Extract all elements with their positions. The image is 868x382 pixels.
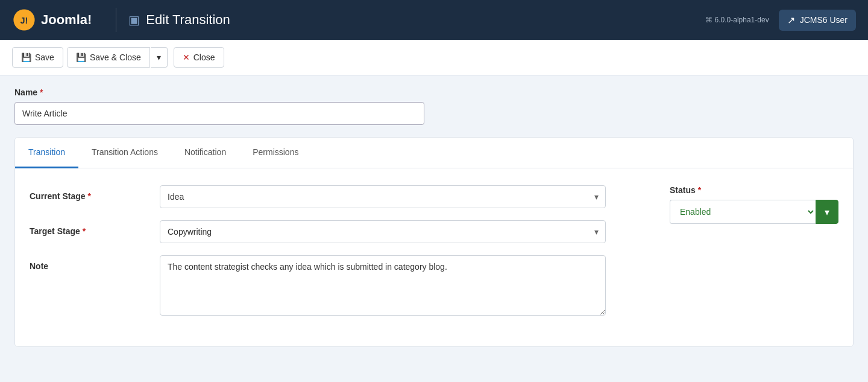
status-input-group: Enabled Disabled ▾ — [670, 200, 838, 224]
status-required: * — [698, 185, 701, 195]
save-close-icon: 💾 — [76, 53, 86, 62]
save-label: Save — [35, 53, 54, 62]
status-section: Status * Enabled Disabled ▾ — [670, 185, 838, 224]
target-stage-row: Target Stage * Idea Copywriting Review P… — [30, 220, 621, 243]
transition-page-icon: ▣ — [128, 13, 140, 27]
toolbar: 💾 Save 💾 Save & Close ▾ ✕ Close — [0, 40, 868, 75]
save-close-label: Save & Close — [90, 53, 141, 62]
save-close-dropdown-button[interactable]: ▾ — [151, 47, 168, 68]
note-row: Note The content strategist checks any i… — [30, 255, 621, 317]
current-stage-select[interactable]: Idea Copywriting Review Published — [160, 185, 606, 208]
header-title-area: ▣ Edit Transition — [128, 12, 230, 28]
logo-text: Joomla! — [41, 12, 92, 28]
tabs-container: Transition Transition Actions Notificati… — [14, 137, 854, 347]
main-content: Name * Transition Transition Actions Not… — [0, 75, 868, 359]
name-field-label: Name * — [14, 88, 854, 97]
main-header: J! Joomla! ▣ Edit Transition ⌘ 6.0.0-alp… — [0, 0, 868, 40]
page-title: Edit Transition — [146, 12, 230, 28]
version-label: ⌘ 6.0.0-alpha1-dev — [705, 16, 769, 24]
close-icon: ✕ — [183, 53, 190, 62]
tab-transition[interactable]: Transition — [15, 138, 78, 168]
logo[interactable]: J! Joomla! — [12, 8, 92, 32]
note-control: The content strategist checks any idea w… — [160, 255, 606, 317]
current-stage-select-wrapper: Idea Copywriting Review Published ▾ — [160, 185, 606, 208]
status-dropdown-button[interactable]: ▾ — [816, 200, 838, 224]
form-two-col: Current Stage * Idea Copywriting Review … — [30, 185, 838, 329]
target-stage-select[interactable]: Idea Copywriting Review Published — [160, 220, 606, 243]
user-label: JCMS6 User — [800, 15, 848, 25]
close-button[interactable]: ✕ Close — [174, 47, 224, 68]
save-button[interactable]: 💾 Save — [12, 47, 63, 68]
close-label: Close — [193, 53, 215, 62]
current-stage-required: * — [87, 191, 90, 201]
header-divider — [116, 8, 116, 32]
joomla-logo-icon: J! — [12, 8, 36, 32]
tab-transition-actions[interactable]: Transition Actions — [78, 138, 171, 168]
target-stage-control: Idea Copywriting Review Published ▾ — [160, 220, 606, 243]
tabs-header: Transition Transition Actions Notificati… — [15, 138, 853, 168]
name-field-container: Name * — [14, 88, 854, 125]
chevron-down-icon: ▾ — [157, 53, 161, 62]
target-stage-required: * — [83, 226, 86, 236]
current-stage-label: Current Stage * — [30, 185, 150, 201]
tab-notification[interactable]: Notification — [171, 138, 239, 168]
status-label: Status * — [670, 185, 838, 195]
name-required-marker: * — [40, 88, 43, 97]
target-stage-label: Target Stage * — [30, 220, 150, 236]
status-chevron-down-icon: ▾ — [825, 206, 829, 218]
save-icon: 💾 — [21, 53, 31, 62]
note-label: Note — [30, 255, 150, 271]
current-stage-control: Idea Copywriting Review Published ▾ — [160, 185, 606, 208]
form-main-col: Current Stage * Idea Copywriting Review … — [30, 185, 621, 329]
target-stage-select-wrapper: Idea Copywriting Review Published ▾ — [160, 220, 606, 243]
current-stage-row: Current Stage * Idea Copywriting Review … — [30, 185, 621, 208]
name-input[interactable] — [14, 102, 424, 125]
tab-permissions[interactable]: Permissions — [239, 138, 312, 168]
status-select[interactable]: Enabled Disabled — [670, 200, 816, 224]
svg-text:J!: J! — [20, 16, 28, 25]
transition-tab-content: Current Stage * Idea Copywriting Review … — [15, 168, 853, 346]
note-textarea[interactable]: The content strategist checks any idea w… — [160, 255, 606, 316]
user-menu-button[interactable]: ↗ JCMS6 User — [779, 10, 856, 31]
external-link-icon: ↗ — [787, 14, 795, 26]
save-close-button[interactable]: 💾 Save & Close — [67, 47, 150, 68]
